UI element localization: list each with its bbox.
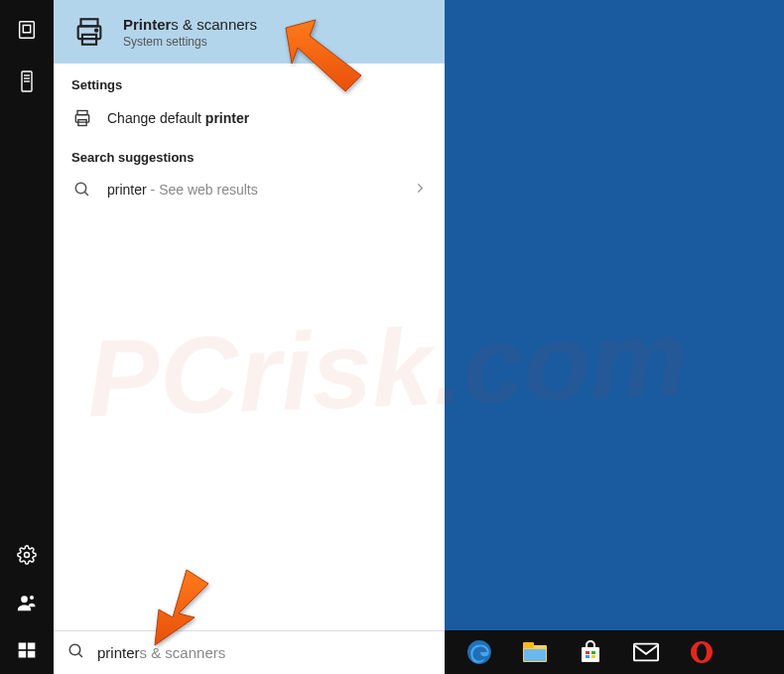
svg-rect-29 [586,651,589,654]
section-header-suggestions: Search suggestions [54,136,445,173]
search-icon [67,642,85,664]
edge-browser-icon[interactable] [466,639,492,665]
svg-rect-1 [23,25,30,32]
svg-point-8 [30,596,34,600]
cortana-search-box[interactable]: printers & scanners [54,630,445,674]
svg-rect-26 [523,642,534,648]
start-left-rail [0,0,54,674]
printer-icon [71,108,93,128]
printer-icon [71,14,107,50]
svg-point-16 [95,29,97,31]
start-button[interactable] [0,626,54,674]
svg-rect-10 [28,643,36,650]
result-change-default-printer[interactable]: Change default printer [54,100,445,136]
chevron-right-icon[interactable] [413,182,427,199]
result-label: Change default printer [107,110,249,126]
svg-point-20 [75,183,86,194]
svg-rect-28 [582,647,599,662]
best-match-subtitle: System settings [123,35,257,49]
svg-point-22 [69,644,80,655]
best-match-title: Printers & scanners [123,16,257,33]
suggestion-label: printer - See web results [107,182,258,198]
svg-point-6 [25,553,30,558]
svg-line-23 [78,653,82,657]
best-match-result[interactable]: Printers & scanners System settings [54,0,445,64]
svg-rect-13 [81,19,98,26]
section-header-settings: Settings [54,64,445,100]
svg-rect-33 [634,644,658,661]
svg-rect-0 [20,22,35,39]
result-web-suggestion[interactable]: printer - See web results [54,173,445,206]
svg-rect-32 [591,655,595,658]
svg-rect-27 [524,649,546,661]
svg-rect-31 [586,655,589,658]
svg-rect-12 [28,651,36,658]
mail-icon[interactable] [633,639,659,665]
search-input-text: printers & scanners [97,644,225,661]
svg-line-21 [84,192,88,196]
app-tile-icon-2[interactable] [15,69,39,93]
search-icon [71,181,93,199]
settings-gear-icon[interactable] [0,531,54,579]
svg-rect-30 [591,651,595,654]
search-results-panel: Printers & scanners System settings Sett… [54,0,445,674]
svg-rect-11 [19,651,27,658]
svg-point-35 [697,644,707,661]
taskbar [445,630,784,674]
store-icon[interactable] [578,639,603,665]
opera-browser-icon[interactable] [689,639,715,665]
app-tile-icon-1[interactable] [15,18,39,42]
file-explorer-icon[interactable] [522,639,548,665]
user-account-icon[interactable] [0,579,54,626]
svg-rect-9 [19,643,27,650]
svg-point-7 [21,596,28,603]
